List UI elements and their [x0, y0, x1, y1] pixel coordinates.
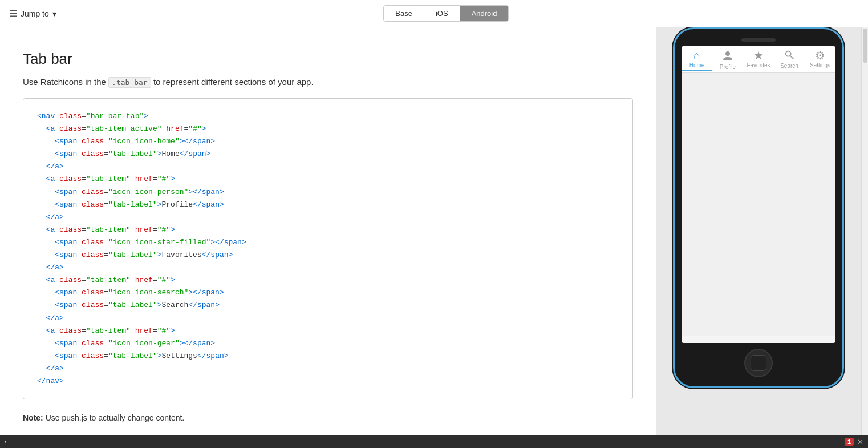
page-title: Tab bar: [23, 50, 633, 68]
tab-ios[interactable]: iOS: [424, 6, 460, 21]
home-icon: ⌂: [693, 50, 700, 61]
jump-to-dropdown[interactable]: ☰ Jump to ▾: [9, 8, 56, 19]
phone-tab-search[interactable]: Search: [774, 50, 805, 70]
phone-screen: ⌂ Home Profile ★ F: [682, 46, 835, 343]
phone-tab-settings-label: Settings: [810, 62, 830, 68]
phone-tab-favorites[interactable]: ★ Favorites: [743, 50, 774, 70]
error-badge: 1: [845, 438, 854, 446]
note-label: Note:: [23, 413, 43, 422]
svg-point-1: [786, 51, 791, 56]
phone-tab-search-label: Search: [780, 63, 798, 69]
phone-home-button[interactable]: [744, 349, 773, 377]
phone-tab-profile-label: Profile: [720, 64, 736, 70]
status-arrow-icon: ›: [5, 439, 6, 445]
desc-prefix: Use Ratchicons in the: [23, 77, 106, 87]
inline-code: .tab-bar: [108, 77, 151, 88]
svg-line-2: [790, 56, 793, 59]
search-icon: [784, 50, 794, 62]
phone-home-button-inner: [751, 355, 766, 371]
section-description: Use Ratchicons in the .tab-bar to repres…: [23, 77, 633, 87]
main-content: Tab bar Use Ratchicons in the .tab-bar t…: [0, 27, 868, 435]
tab-android[interactable]: Android: [460, 6, 509, 21]
gear-icon: ⚙: [815, 50, 825, 61]
tab-base[interactable]: Base: [384, 6, 424, 21]
close-button[interactable]: ✕: [857, 438, 863, 446]
chevron-down-icon: ▾: [52, 9, 56, 18]
phone-tab-bar: ⌂ Home Profile ★ F: [682, 46, 835, 73]
star-icon: ★: [753, 50, 764, 61]
desc-suffix: to represent different sections of your …: [153, 77, 314, 87]
phone-tab-home[interactable]: ⌂ Home: [682, 50, 712, 71]
status-bar-left: ›: [5, 439, 6, 445]
list-icon: ☰: [9, 8, 17, 19]
right-panel: ⌂ Home Profile ★ F: [656, 27, 861, 435]
note-section: Note: Use push.js to actually change con…: [23, 413, 633, 422]
phone-tab-favorites-label: Favorites: [747, 62, 770, 68]
person-icon: [722, 50, 733, 63]
scrollbar-thumb[interactable]: [863, 29, 867, 63]
platform-tab-switcher: Base iOS Android: [383, 5, 509, 22]
jump-to-label: Jump to: [21, 9, 49, 18]
phone-speaker: [741, 38, 776, 42]
top-bar: ☰ Jump to ▾ Base iOS Android: [0, 0, 868, 27]
phone-tab-profile[interactable]: Profile: [712, 50, 743, 70]
phone-tab-settings[interactable]: ⚙ Settings: [805, 50, 835, 70]
code-block: <nav class="bar bar-tab"> <a class="tab-…: [23, 98, 633, 399]
scrollbar[interactable]: [861, 27, 868, 435]
phone-mockup: ⌂ Home Profile ★ F: [673, 27, 844, 388]
left-panel: Tab bar Use Ratchicons in the .tab-bar t…: [0, 27, 656, 435]
svg-point-0: [725, 51, 730, 56]
note-content: Use push.js to actually change content.: [46, 413, 185, 422]
phone-tab-home-label: Home: [689, 62, 705, 68]
status-bar-right: 1 ✕: [845, 438, 863, 446]
status-bar: › 1 ✕: [0, 435, 868, 448]
phone-content-area: [682, 73, 835, 336]
